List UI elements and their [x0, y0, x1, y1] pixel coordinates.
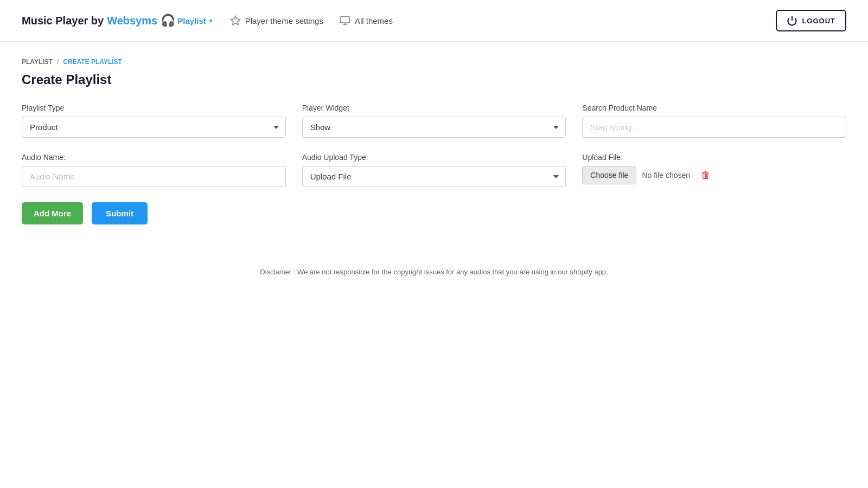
no-file-text: No file chosen: [642, 171, 690, 179]
logout-button[interactable]: LOGOUT: [776, 10, 846, 31]
breadcrumb-parent: PLAYLIST: [22, 58, 53, 66]
all-themes-icon: [340, 15, 350, 26]
upload-file-group: Upload File: Choose file No file chosen …: [582, 153, 846, 187]
player-theme-settings-label: Player theme settings: [245, 16, 323, 25]
audio-name-label: Audio Name:: [22, 153, 286, 162]
upload-file-label: Upload File:: [582, 153, 846, 162]
chevron-down-icon: ▼: [208, 18, 214, 24]
audio-upload-type-label: Audio Upload Type:: [302, 153, 566, 162]
playlist-nav-label: Playlist: [177, 16, 206, 25]
form-row-1: Playlist Type Product Artist Album Playe…: [22, 104, 846, 138]
breadcrumb-current: CREATE PLAYLIST: [63, 58, 122, 66]
search-product-input[interactable]: [582, 117, 846, 138]
svg-marker-0: [231, 16, 240, 25]
playlist-type-group: Playlist Type Product Artist Album: [22, 104, 286, 138]
playlist-nav[interactable]: Playlist ▼: [177, 16, 213, 25]
theme-settings-icon: [230, 15, 241, 26]
player-widget-select[interactable]: Show Hide: [302, 117, 566, 138]
main-content: PLAYLIST / CREATE PLAYLIST Create Playli…: [0, 42, 868, 292]
audio-name-input[interactable]: [22, 166, 286, 187]
all-themes-label: All themes: [355, 16, 393, 25]
choose-file-button[interactable]: Choose file: [582, 166, 636, 184]
playlist-type-select[interactable]: Product Artist Album: [22, 117, 286, 138]
header: Music Player by Websyms 🎧 Playlist ▼ Pla…: [0, 0, 868, 42]
audio-name-group: Audio Name:: [22, 153, 286, 187]
playlist-type-label: Playlist Type: [22, 104, 286, 112]
search-product-label: Search Product Name: [582, 104, 846, 112]
disclaimer: Disclamer : We are not responsible for t…: [22, 268, 846, 276]
svg-rect-1: [341, 17, 350, 23]
all-themes-link[interactable]: All themes: [340, 15, 393, 26]
power-icon: [787, 15, 797, 26]
logo-text: Music Player by: [22, 15, 104, 27]
logout-label: LOGOUT: [802, 17, 835, 25]
headphone-icon: 🎧: [161, 14, 175, 28]
audio-upload-type-group: Audio Upload Type: Upload File URL: [302, 153, 566, 187]
breadcrumb-separator: /: [57, 58, 59, 66]
submit-button[interactable]: Submit: [92, 202, 148, 224]
file-upload-area: Choose file No file chosen 🗑: [582, 166, 846, 184]
player-widget-label: Player Widget: [302, 104, 566, 112]
audio-upload-type-select[interactable]: Upload File URL: [302, 166, 566, 187]
search-product-group: Search Product Name: [582, 104, 846, 138]
breadcrumb: PLAYLIST / CREATE PLAYLIST: [22, 58, 846, 66]
logo-brand: Websyms: [107, 15, 157, 27]
add-more-button[interactable]: Add More: [22, 202, 83, 224]
player-theme-settings-link[interactable]: Player theme settings: [230, 15, 323, 26]
form-row-2: Audio Name: Audio Upload Type: Upload Fi…: [22, 153, 846, 187]
nav-links: Player theme settings All themes: [230, 15, 776, 26]
player-widget-group: Player Widget Show Hide: [302, 104, 566, 138]
logo: Music Player by Websyms 🎧: [22, 14, 175, 28]
delete-icon[interactable]: 🗑: [701, 170, 711, 181]
page-title: Create Playlist: [22, 72, 846, 87]
form-actions: Add More Submit: [22, 202, 846, 224]
